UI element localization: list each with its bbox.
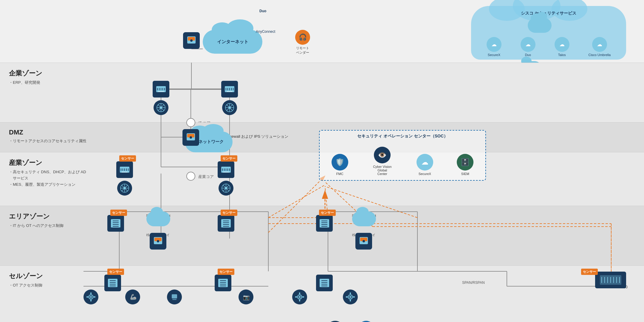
kigyou-zone-label: 企業ゾーン ・ERP、研究開発	[9, 69, 42, 86]
cell-desc: ・OT アクセス制御	[9, 282, 43, 289]
dmz-title: DMZ	[9, 129, 86, 136]
secure-endpoint-right-cloud	[352, 211, 376, 226]
hmi-icon	[167, 290, 182, 304]
talos-label: Talos	[558, 53, 566, 57]
sensor-badge-cell-right: センサー	[581, 269, 598, 275]
securex-icon: ☁	[487, 37, 501, 52]
cell-device-gear1	[83, 290, 98, 304]
sangyo-core-label: 産業コア	[198, 174, 214, 179]
cisco-umbrella-item: ☁ Cisco Umbrella	[588, 37, 611, 57]
kigyou-desc: ・ERP、研究開発	[9, 80, 42, 86]
cell-device-hmi	[167, 290, 182, 304]
svg-rect-142	[86, 296, 88, 298]
cell-device-gear2	[292, 290, 307, 304]
kigyou-router-left	[154, 100, 168, 115]
isa3000-left: ISA3000 ファイアウォール	[146, 233, 170, 242]
ic3000	[595, 272, 626, 288]
soc-securex-item: ☁ SecureX	[417, 154, 433, 176]
isa3000-left-icon	[150, 233, 166, 250]
svg-point-62	[160, 106, 162, 109]
securex-label: SecureX	[488, 53, 500, 57]
talos-icon: ☁	[555, 37, 569, 52]
robot-arm-icon: 🦾	[125, 290, 140, 304]
kigyou-zone: 企業ゾーン ・ERP、研究開発 IT ネットワーク	[0, 63, 644, 122]
svg-rect-141	[90, 300, 92, 301]
svg-rect-169	[350, 292, 351, 294]
cell-device-camera: 📷	[239, 290, 253, 304]
secure-endpoint-right: Secure Endpoint	[352, 211, 376, 215]
secure-endpoint-left-cloud	[146, 211, 170, 226]
fmc-icon: 🛡️	[358, 321, 374, 322]
svg-point-78	[190, 136, 192, 139]
duo-text: Duo	[259, 9, 266, 13]
it-core-circle	[186, 118, 195, 127]
soc-siem-icon: 🗄️	[457, 154, 473, 171]
duo-icon: ☁	[521, 37, 535, 52]
svg-rect-140	[90, 292, 92, 294]
anyconnect-area: AnyConnect	[256, 28, 275, 34]
kigyou-switch-left	[153, 81, 169, 97]
cell-zone: セルゾーン ・OT アクセス制御 センサー 🦾	[0, 265, 644, 322]
camera-icon: 📷	[239, 290, 253, 304]
soc-siem-item: 🗄️ SIEM	[457, 154, 473, 176]
svg-point-104	[225, 187, 227, 189]
cell-title: セルゾーン	[9, 272, 43, 281]
sensor-badge-area-right: センサー	[319, 210, 336, 216]
cisco-security-cloud: シスコ セキュリティサービス ☁ SecureX ☁ Duo ☁ Talos ☁…	[471, 6, 626, 60]
svg-point-139	[90, 296, 92, 298]
gear-icon-3	[343, 290, 358, 304]
sensor-badge-cell-2: センサー	[218, 269, 234, 275]
soc-title: セキュリティ オペレーション センター（SOC）	[320, 134, 485, 139]
internet-label: インターネット	[217, 39, 248, 45]
svg-point-91	[123, 187, 126, 189]
isa3000-right: ISA3000 ファイアウォール	[352, 233, 376, 242]
sangyo-router-left	[117, 181, 132, 196]
anyconnect-label: AnyConnect	[256, 30, 275, 34]
sensor-badge-area-left: センサー	[110, 210, 127, 216]
sensor-badge-sangyo-left: センサー	[119, 155, 136, 162]
internet-cloud: インターネット	[203, 30, 262, 54]
soc-fmc-icon: 🛡️	[332, 154, 348, 171]
cell-switch-1	[104, 275, 121, 291]
sangyo-title: 産業ゾーン	[9, 158, 86, 167]
svg-point-49	[190, 39, 193, 42]
svg-rect-171	[346, 296, 348, 298]
sangyo-switch-left	[116, 161, 133, 178]
gear-icon-2	[292, 290, 307, 304]
cell-switch-2	[215, 275, 231, 291]
cv-center: Cyber Vision Center	[319, 321, 351, 322]
dmz-zone-label: DMZ ・リモートアクセスのコアセキュリティ属性	[9, 129, 86, 144]
svg-rect-165	[295, 296, 297, 298]
securex-item: ☁ SecureX	[487, 37, 501, 57]
cisco-umbrella-label: Cisco Umbrella	[588, 53, 611, 57]
dmz-firewall-icon	[182, 129, 199, 146]
svg-point-132	[363, 240, 365, 242]
fmc-sangyo: 🛡️ FMC	[358, 321, 374, 322]
soc-cv-item: 👁️ Cyber Vision GlobalCenter	[372, 147, 393, 176]
kigyou-title: 企業ゾーン	[9, 69, 42, 78]
soc-box: セキュリティ オペレーション センター（SOC） 🛡️ FMC 👁️ Cyber…	[319, 130, 486, 181]
kigyou-router-right	[222, 100, 237, 115]
soc-securex-icon: ☁	[417, 154, 433, 171]
svg-rect-148	[172, 299, 177, 300]
svg-rect-143	[94, 296, 95, 298]
cisco-umbrella-icon: ☁	[592, 37, 607, 52]
soc-siem-label: SIEM	[461, 172, 469, 176]
remote-vendor-label: リモートベンダー	[296, 46, 309, 55]
svg-text:🦾: 🦾	[130, 294, 137, 300]
diagram-container: シスコ セキュリティサービス ☁ SecureX ☁ Duo ☁ Talos ☁…	[0, 0, 644, 322]
gear-icon-1	[83, 290, 98, 304]
cell-switch-3	[316, 275, 333, 291]
cell-device-robot: 🦾	[125, 290, 140, 304]
svg-rect-163	[299, 292, 300, 294]
top-firewall-icon	[183, 32, 200, 49]
duo-item: ☁ Duo	[521, 37, 535, 57]
svg-point-119	[157, 240, 159, 242]
soc-cv-icon: 👁️	[374, 147, 391, 163]
area-switch-mid	[218, 215, 234, 232]
span-rspan-label: SPAN/RSPAN	[462, 281, 485, 285]
area-desc: ・IT から OT へのアクセス制御	[9, 223, 64, 229]
cell-device-gear3	[343, 290, 358, 304]
isa3000-right-icon	[355, 233, 372, 250]
svg-rect-170	[350, 300, 351, 301]
